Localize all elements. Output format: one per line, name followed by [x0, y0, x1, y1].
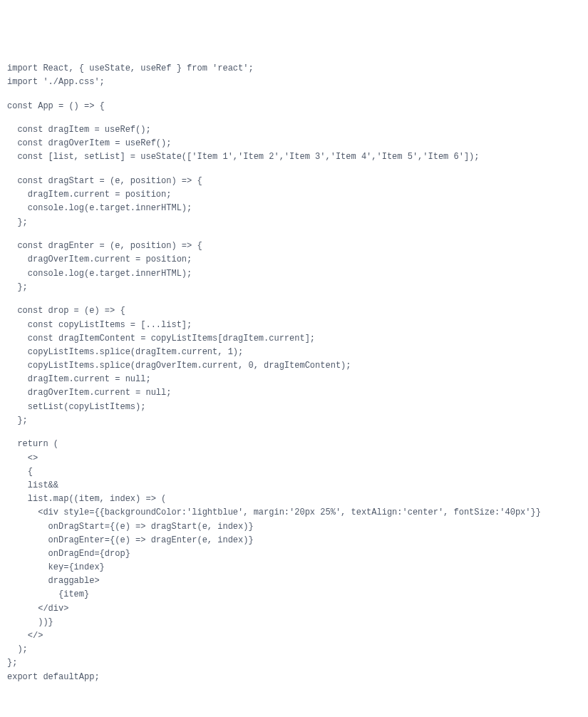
code-line: const [list, setList] = useState(['Item …	[7, 150, 581, 164]
code-line: const dragStart = (e, position) => {	[7, 175, 581, 188]
code-line: onDragEnter={(e) => dragEnter(e, index)}	[7, 534, 581, 547]
code-line: {item}	[7, 588, 581, 602]
code-line: };	[7, 414, 581, 428]
code-line: dragOverItem.current = position;	[7, 253, 581, 267]
code-line: copyListItems.splice(dragItem.current, 1…	[7, 346, 581, 359]
code-line	[7, 229, 581, 239]
code-line: export defaultApp;	[7, 671, 581, 684]
code-line: return (	[7, 438, 581, 451]
code-line: };	[7, 216, 581, 229]
code-line: import React, { useState, useRef } from …	[7, 62, 581, 76]
code-line: ))}	[7, 616, 581, 629]
code-line: const dragItemContent = copyListItems[dr…	[7, 332, 581, 346]
code-line	[7, 428, 581, 438]
code-line: <div style={{backgroundColor:'lightblue'…	[7, 506, 581, 520]
code-line	[7, 165, 581, 175]
code-line: onDragEnd={drop}	[7, 547, 581, 561]
code-line: const dragOverItem = useRef();	[7, 137, 581, 150]
code-line: list.map((item, index) => (	[7, 492, 581, 506]
code-line: </div>	[7, 602, 581, 616]
code-line: copyListItems.splice(dragOverItem.curren…	[7, 359, 581, 373]
code-line: const dragEnter = (e, position) => {	[7, 239, 581, 253]
code-line: };	[7, 281, 581, 294]
code-line: console.log(e.target.innerHTML);	[7, 202, 581, 215]
code-line: dragItem.current = null;	[7, 373, 581, 386]
code-line: draggable>	[7, 574, 581, 588]
code-line: );	[7, 643, 581, 656]
code-line: console.log(e.target.innerHTML);	[7, 267, 581, 281]
code-line: dragItem.current = position;	[7, 188, 581, 202]
code-line: onDragStart={(e) => dragStart(e, index)}	[7, 520, 581, 534]
code-line: setList(copyListItems);	[7, 401, 581, 414]
code-line	[7, 294, 581, 304]
code-line: const drop = (e) => {	[7, 304, 581, 318]
code-line: </>	[7, 629, 581, 643]
code-line	[7, 113, 581, 123]
code-line	[7, 89, 581, 99]
code-line: dragOverItem.current = null;	[7, 386, 581, 400]
code-line: };	[7, 656, 581, 670]
code-line: const copyListItems = [...list];	[7, 319, 581, 332]
code-line: list&&	[7, 479, 581, 492]
code-line: import './App.css';	[7, 76, 581, 89]
code-line: key={index}	[7, 561, 581, 574]
code-line: const dragItem = useRef();	[7, 123, 581, 137]
code-line: <>	[7, 452, 581, 465]
code-line: const App = () => {	[7, 100, 581, 113]
code-block: import React, { useState, useRef } from …	[7, 62, 581, 684]
code-line: {	[7, 465, 581, 479]
